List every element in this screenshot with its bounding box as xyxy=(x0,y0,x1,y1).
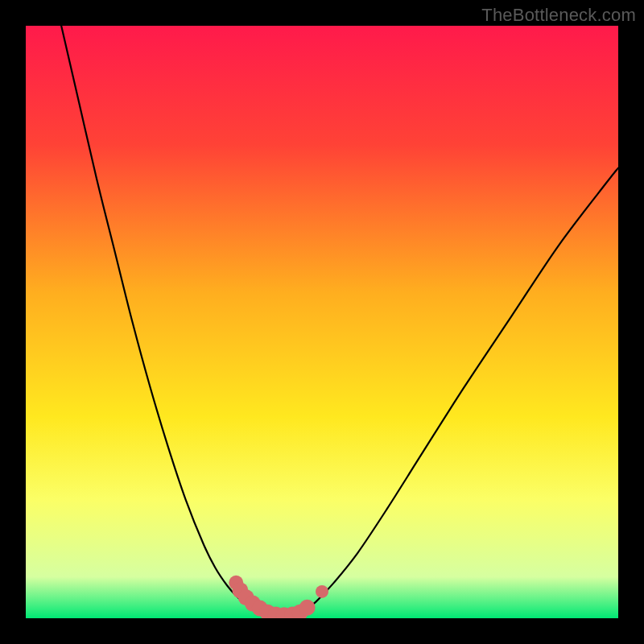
gradient-background xyxy=(26,26,618,618)
valley-marker xyxy=(299,600,316,616)
valley-marker xyxy=(316,585,328,598)
plot-area xyxy=(26,26,618,618)
outer-frame: TheBottleneck.com xyxy=(0,0,644,644)
watermark-text: TheBottleneck.com xyxy=(481,5,636,26)
chart-svg xyxy=(26,26,618,618)
